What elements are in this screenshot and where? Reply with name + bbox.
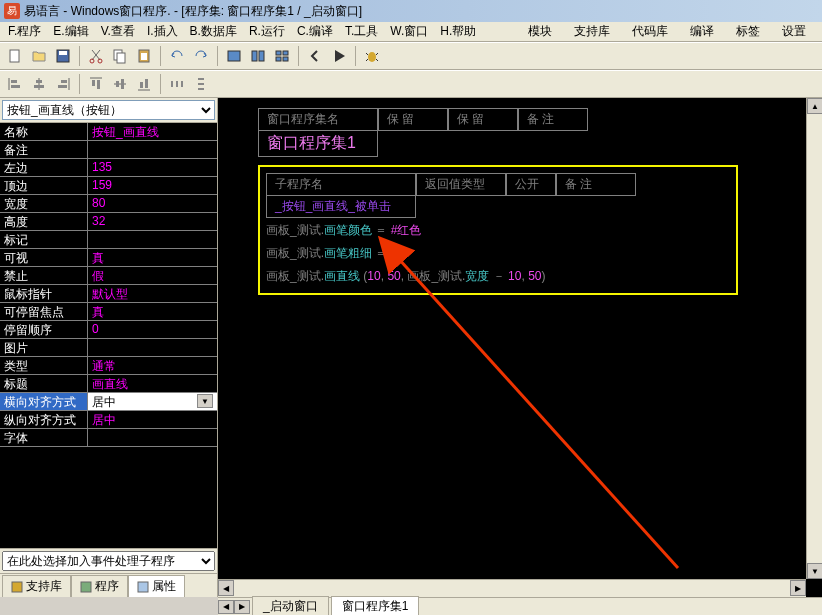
undo-button[interactable] (166, 45, 188, 67)
new-button[interactable] (4, 45, 26, 67)
prop-row-3[interactable]: 顶边159 (0, 177, 217, 195)
redo-button[interactable] (190, 45, 212, 67)
prop-value[interactable]: 假 (88, 267, 217, 284)
menu-database[interactable]: B.数据库 (184, 21, 243, 42)
prop-row-2[interactable]: 左边135 (0, 159, 217, 177)
tab-window-set1[interactable]: 窗口程序集1 (331, 596, 420, 615)
menu-module[interactable]: 模块 (522, 21, 558, 42)
prop-value[interactable]: 居中 (88, 411, 217, 428)
prop-row-14[interactable]: 标题画直线 (0, 375, 217, 393)
menu-compile2[interactable]: 编译 (684, 21, 720, 42)
active-module[interactable]: 窗口程序集1 (258, 131, 378, 157)
align-5[interactable] (109, 73, 131, 95)
prop-value[interactable]: 135 (88, 159, 217, 176)
back-button[interactable] (304, 45, 326, 67)
prop-value[interactable]: 159 (88, 177, 217, 194)
tab-program[interactable]: 程序 (71, 575, 128, 597)
menu-tags[interactable]: 标签 (730, 21, 766, 42)
align-3[interactable] (52, 73, 74, 95)
align-6[interactable] (133, 73, 155, 95)
tab-support-lib[interactable]: 支持库 (2, 575, 71, 597)
tab-properties[interactable]: 属性 (128, 575, 185, 597)
scroll-right-button[interactable]: ▶ (790, 580, 806, 596)
prop-row-13[interactable]: 类型通常 (0, 357, 217, 375)
code-editor[interactable]: 窗口程序集名 保 留 保 留 备 注 窗口程序集1 子程序名 返回值类型 公开 … (218, 98, 822, 597)
prop-value[interactable]: 按钮_画直线 (88, 123, 217, 140)
property-grid[interactable]: 名称按钮_画直线备注左边135顶边159宽度80高度32标记可视真禁止假鼠标指针… (0, 123, 217, 548)
prop-value[interactable]: 默认型 (88, 285, 217, 302)
menu-compile[interactable]: C.编译 (291, 21, 339, 42)
prop-value[interactable]: 0 (88, 321, 217, 338)
event-selector[interactable]: 在此处选择加入事件处理子程序 (2, 551, 215, 571)
prop-label: 备注 (0, 141, 88, 158)
sub-name[interactable]: _按钮_画直线_被单击 (266, 196, 416, 218)
prop-row-12[interactable]: 图片 (0, 339, 217, 357)
prop-value[interactable] (88, 429, 217, 446)
scroll-left-button[interactable]: ◀ (218, 580, 234, 596)
menu-edit[interactable]: E.编辑 (47, 21, 94, 42)
cut-button[interactable] (85, 45, 107, 67)
menu-support-lib[interactable]: 支持库 (568, 21, 616, 42)
code-line-1[interactable]: 画板_测试.画笔颜色 ＝ #红色 (266, 220, 730, 241)
code-line-2[interactable]: 画板_测试.画笔粗细 ＝ 5 (266, 243, 730, 264)
scroll-down-button[interactable]: ▼ (807, 563, 822, 579)
prop-value[interactable]: 真 (88, 249, 217, 266)
prop-row-11[interactable]: 停留顺序0 (0, 321, 217, 339)
align-8[interactable] (190, 73, 212, 95)
menu-code-lib[interactable]: 代码库 (626, 21, 674, 42)
open-button[interactable] (28, 45, 50, 67)
btn-b[interactable] (247, 45, 269, 67)
prop-row-15[interactable]: 横向对齐方式居中▼ (0, 393, 217, 411)
align-2[interactable] (28, 73, 50, 95)
prop-value[interactable] (88, 141, 217, 158)
prop-value[interactable]: 真 (88, 303, 217, 320)
align-4[interactable] (85, 73, 107, 95)
prop-value[interactable] (88, 339, 217, 356)
scrollbar-horizontal[interactable]: ◀ ▶ (218, 579, 806, 597)
tab-startup-window[interactable]: _启动窗口 (252, 596, 329, 615)
menu-run[interactable]: R.运行 (243, 21, 291, 42)
prop-value[interactable]: 通常 (88, 357, 217, 374)
menu-view[interactable]: V.查看 (95, 21, 141, 42)
run-button[interactable] (328, 45, 350, 67)
prop-row-7[interactable]: 可视真 (0, 249, 217, 267)
menu-help[interactable]: H.帮助 (434, 21, 482, 42)
prop-row-8[interactable]: 禁止假 (0, 267, 217, 285)
prop-value[interactable] (88, 231, 217, 248)
align-middle-icon (112, 76, 128, 92)
menu-settings[interactable]: 设置 (776, 21, 812, 42)
combo-button[interactable]: ▼ (197, 394, 213, 408)
tab-nav-next[interactable]: ▶ (234, 600, 250, 614)
menu-program[interactable]: F.程序 (2, 21, 47, 42)
prop-row-5[interactable]: 高度32 (0, 213, 217, 231)
prop-row-10[interactable]: 可停留焦点真 (0, 303, 217, 321)
object-selector[interactable]: 按钮_画直线（按钮） (2, 100, 215, 120)
tab-nav-prev[interactable]: ◀ (218, 600, 234, 614)
menu-window[interactable]: W.窗口 (384, 21, 434, 42)
prop-row-17[interactable]: 字体 (0, 429, 217, 447)
menu-insert[interactable]: I.插入 (141, 21, 184, 42)
scroll-up-button[interactable]: ▲ (807, 98, 822, 114)
scrollbar-vertical[interactable]: ▲ ▼ (806, 98, 822, 579)
prop-row-6[interactable]: 标记 (0, 231, 217, 249)
btn-c[interactable] (271, 45, 293, 67)
save-button[interactable] (52, 45, 74, 67)
prop-value[interactable]: 居中▼ (88, 393, 217, 410)
align-1[interactable] (4, 73, 26, 95)
prop-row-9[interactable]: 鼠标指针默认型 (0, 285, 217, 303)
prop-row-4[interactable]: 宽度80 (0, 195, 217, 213)
prop-value[interactable]: 32 (88, 213, 217, 230)
menu-tools[interactable]: T.工具 (339, 21, 384, 42)
copy-button[interactable] (109, 45, 131, 67)
prop-value[interactable]: 80 (88, 195, 217, 212)
prop-row-1[interactable]: 备注 (0, 141, 217, 159)
paste-button[interactable] (133, 45, 155, 67)
code-line-3[interactable]: 画板_测试.画直线 (10, 50, 画板_测试.宽度 － 10, 50) (266, 266, 730, 287)
align-7[interactable] (166, 73, 188, 95)
prop-row-0[interactable]: 名称按钮_画直线 (0, 123, 217, 141)
prop-value[interactable]: 画直线 (88, 375, 217, 392)
debug-button[interactable] (361, 45, 383, 67)
prop-row-16[interactable]: 纵向对齐方式居中 (0, 411, 217, 429)
paste-icon (136, 48, 152, 64)
btn-a[interactable] (223, 45, 245, 67)
